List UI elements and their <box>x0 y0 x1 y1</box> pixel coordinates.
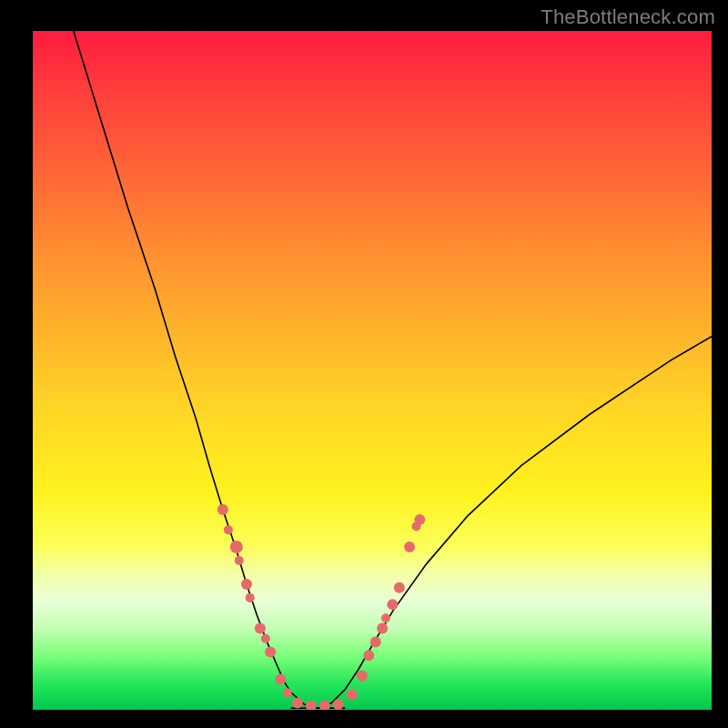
data-marker <box>217 504 228 515</box>
data-marker <box>414 514 425 525</box>
data-marker <box>224 525 233 534</box>
plot-area <box>33 31 712 710</box>
data-marker <box>255 622 266 633</box>
data-marker <box>246 593 255 602</box>
data-marker <box>370 636 381 647</box>
data-marker <box>363 650 374 661</box>
data-marker <box>347 690 358 701</box>
data-marker <box>230 541 243 553</box>
data-marker <box>357 671 368 682</box>
data-marker <box>275 673 286 684</box>
data-marker <box>265 647 276 658</box>
data-marker <box>292 698 303 709</box>
data-marker <box>381 613 390 622</box>
data-marker <box>261 634 270 643</box>
data-marker <box>241 579 252 590</box>
curve-curve-right <box>318 337 712 708</box>
data-marker <box>394 582 405 593</box>
watermark-text: TheBottleneck.com <box>541 5 715 29</box>
data-marker <box>283 688 292 697</box>
chart-svg <box>33 31 712 710</box>
data-marker <box>387 599 398 610</box>
data-marker <box>306 701 317 710</box>
data-marker <box>333 699 344 710</box>
chart-frame: TheBottleneck.com <box>0 0 728 728</box>
data-marker <box>235 556 244 565</box>
data-marker <box>404 541 415 552</box>
data-marker <box>377 622 388 633</box>
data-marker <box>319 701 330 710</box>
curve-curve-left <box>74 31 318 708</box>
